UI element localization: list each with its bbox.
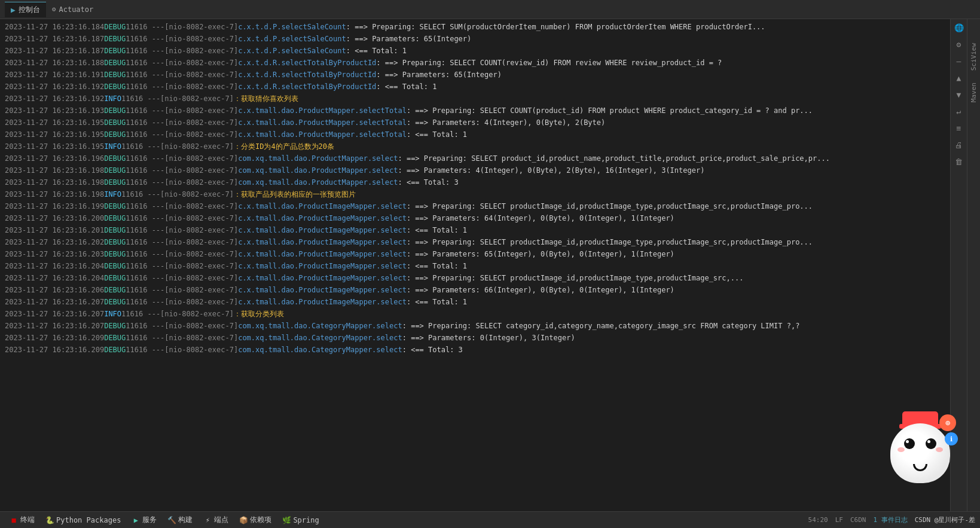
- log-thread: [nio-8082-exec-7]: [164, 213, 238, 224]
- scroll-up-icon[interactable]: ▲: [953, 72, 965, 84]
- tab-bar: ▶ 控制台 ⚙ Actuator: [0, 0, 980, 19]
- python-packages-button[interactable]: 🐍 Python Packages: [41, 515, 126, 526]
- log-level: DEBUG: [104, 273, 126, 284]
- log-line: 2023-11-27 16:23:16.203 DEBUG 11616 --- …: [0, 249, 950, 261]
- log-line: 2023-11-27 16:23:16.196 DEBUG 11616 --- …: [0, 153, 950, 165]
- log-timestamp: 2023-11-27 16:23:16.202: [5, 237, 104, 248]
- endpoints-icon: ⚡: [203, 516, 212, 524]
- log-timestamp: 2023-11-27 16:23:16.207: [5, 321, 104, 332]
- log-thread-id: 11616 ---: [126, 153, 164, 164]
- maven-label[interactable]: Maven: [970, 83, 978, 102]
- log-thread: [nio-8082-exec-7]: [160, 93, 234, 105]
- log-logger: c.x.tmall.dao.ProductImageMapper.select: [238, 273, 407, 284]
- scroll-down-icon[interactable]: ▼: [953, 88, 965, 100]
- filter-icon[interactable]: ≡: [953, 122, 965, 134]
- log-thread: [nio-8082-exec-7]: [164, 225, 238, 236]
- log-timestamp: 2023-11-27 16:23:16.207: [5, 297, 104, 308]
- log-timestamp: 2023-11-27 16:23:16.204: [5, 273, 104, 284]
- log-line: 2023-11-27 16:23:16.198 DEBUG 11616 --- …: [0, 165, 950, 177]
- log-body: : <== Total: 1: [376, 81, 436, 93]
- log-timestamp: 2023-11-27 16:23:16.209: [5, 332, 104, 344]
- log-area[interactable]: 2023-11-27 16:23:16.184 DEBUG 11616 --- …: [0, 19, 950, 511]
- log-body: : ==> Preparing: SELECT category_id,cate…: [402, 321, 800, 332]
- log-level: INFO: [104, 141, 121, 152]
- console-tab-label: 控制台: [19, 5, 40, 15]
- log-timestamp: 2023-11-27 16:23:16.198: [5, 189, 104, 200]
- tab-actuator[interactable]: ⚙ Actuator: [46, 3, 99, 16]
- log-body: : ==> Parameters: 65(Integer): [376, 69, 502, 81]
- log-thread-id: 11616 ---: [126, 117, 164, 129]
- print-icon[interactable]: 🖨: [953, 139, 965, 151]
- user-info: CSDN @星川柯子-差: [915, 515, 975, 524]
- log-timestamp: 2023-11-27 16:23:16.191: [5, 69, 104, 81]
- log-level: DEBUG: [104, 201, 126, 212]
- log-level: DEBUG: [104, 261, 126, 272]
- log-thread-id: 11616 ---: [126, 249, 164, 260]
- log-level: INFO: [104, 93, 121, 105]
- log-thread: [nio-8082-exec-7]: [164, 297, 238, 308]
- log-body: : ==> Parameters: 0(Integer), 3(Integer): [402, 332, 575, 344]
- globe-icon[interactable]: 🌐: [953, 22, 965, 33]
- log-thread-id: 11616 ---: [126, 81, 164, 93]
- log-thread: [nio-8082-exec-7]: [164, 153, 238, 164]
- sciview-label[interactable]: SciView: [970, 43, 978, 71]
- log-logger: c.x.tmall.dao.ProductImageMapper.select: [238, 201, 407, 212]
- log-thread: [nio-8082-exec-7]: [160, 189, 234, 200]
- log-logger: c.x.tmall.dao.ProductImageMapper.select: [238, 237, 407, 248]
- charset-status: C6DN: [850, 516, 866, 524]
- settings-icon[interactable]: ⚙: [953, 38, 965, 50]
- log-timestamp: 2023-11-27 16:23:16.192: [5, 93, 104, 105]
- log-body: : ==> Parameters: 4(Integer), 0(Byte), 2…: [407, 117, 605, 129]
- log-thread: [nio-8082-exec-7]: [164, 81, 238, 93]
- log-body: : <== Total: 3: [402, 344, 463, 356]
- log-thread: [nio-8082-exec-7]: [164, 165, 238, 176]
- far-right-panel: SciView Maven: [967, 19, 980, 511]
- log-thread: [nio-8082-exec-7]: [160, 309, 234, 320]
- log-logger: c.x.t.d.R.selectTotalByProductId: [238, 57, 376, 69]
- log-thread: [nio-8082-exec-7]: [164, 45, 238, 57]
- log-line: 2023-11-27 16:23:16.192 INFO 11616 --- […: [0, 93, 950, 105]
- log-level: DEBUG: [104, 321, 126, 332]
- log-thread: [nio-8082-exec-7]: [164, 117, 238, 129]
- log-line: 2023-11-27 16:23:16.207 DEBUG 11616 --- …: [0, 297, 950, 309]
- log-thread-id: 11616 ---: [126, 201, 164, 212]
- log-line: 2023-11-27 16:23:16.204 DEBUG 11616 --- …: [0, 261, 950, 273]
- log-thread: [nio-8082-exec-7]: [164, 261, 238, 272]
- services-button[interactable]: ▶ 服务: [127, 514, 161, 526]
- log-timestamp: 2023-11-27 16:23:16.198: [5, 177, 104, 188]
- log-line: 2023-11-27 16:23:16.198 DEBUG 11616 --- …: [0, 177, 950, 189]
- minimize-icon[interactable]: —: [953, 55, 965, 67]
- log-level: DEBUG: [104, 249, 126, 260]
- log-level: DEBUG: [104, 285, 126, 296]
- event-log[interactable]: 1 事件日志: [873, 515, 907, 524]
- log-line: 2023-11-27 16:23:16.187 DEBUG 11616 --- …: [0, 45, 950, 57]
- tab-console[interactable]: ▶ 控制台: [5, 2, 46, 17]
- log-line: 2023-11-27 16:23:16.200 DEBUG 11616 --- …: [0, 213, 950, 225]
- dependencies-button[interactable]: 📦 依赖项: [234, 514, 276, 526]
- log-timestamp: 2023-11-27 16:23:16.184: [5, 22, 104, 33]
- wrap-icon[interactable]: ↵: [953, 105, 965, 117]
- log-logger: c.x.tmall.dao.ProductImageMapper.select: [238, 249, 407, 260]
- log-timestamp: 2023-11-27 16:23:16.200: [5, 213, 104, 224]
- log-body: : ==> Preparing: SELECT COUNT(product_id…: [407, 105, 813, 117]
- log-timestamp: 2023-11-27 16:23:16.204: [5, 261, 104, 272]
- log-timestamp: 2023-11-27 16:23:16.187: [5, 45, 104, 57]
- log-body: ：获取猜你喜欢列表: [234, 93, 298, 105]
- build-button[interactable]: 🔨 构建: [163, 514, 197, 526]
- log-line: 2023-11-27 16:23:16.207 DEBUG 11616 --- …: [0, 321, 950, 332]
- endpoints-button[interactable]: ⚡ 端点: [199, 514, 233, 526]
- log-thread-id: 11616 ---: [126, 321, 164, 332]
- clear-icon[interactable]: 🗑: [953, 155, 965, 167]
- log-line: 2023-11-27 16:23:16.209 DEBUG 11616 --- …: [0, 332, 950, 344]
- log-timestamp: 2023-11-27 16:23:16.209: [5, 344, 104, 356]
- log-body: : ==> Parameters: 65(Integer), 0(Byte), …: [407, 249, 674, 260]
- stop-button[interactable]: ■ 终端: [5, 514, 39, 526]
- log-line: 2023-11-27 16:23:16.184 DEBUG 11616 --- …: [0, 22, 950, 33]
- log-thread-id: 11616 ---: [126, 285, 164, 296]
- right-sidebar: 🌐 ⚙ — ▲ ▼ ↵ ≡ 🖨 🗑: [950, 19, 967, 511]
- actuator-tab-icon: ⚙: [52, 5, 56, 13]
- dependencies-icon: 📦: [239, 516, 248, 524]
- spring-button[interactable]: 🌿 Spring: [277, 515, 323, 526]
- log-thread: [nio-8082-exec-7]: [164, 249, 238, 260]
- log-body: : <== Total: 1: [407, 261, 467, 272]
